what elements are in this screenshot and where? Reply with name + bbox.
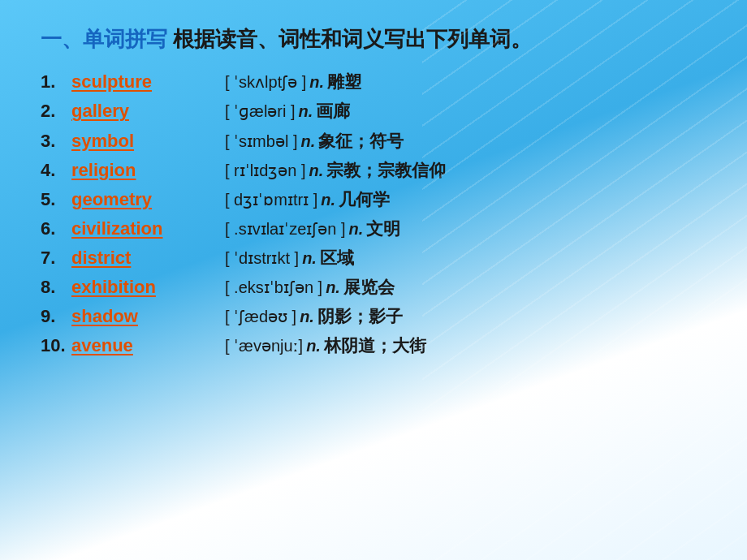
- title-row: 一、单词拼写 根据读音、词性和词义写出下列单词。: [41, 24, 706, 54]
- word-pos: n.: [321, 187, 335, 213]
- word-phonetic: [ ˈdɪstrɪkt ]: [225, 246, 299, 271]
- word-phonetic: [ ˈsɪmbəl ]: [225, 129, 297, 154]
- word-number: 7.: [41, 244, 71, 272]
- word-item: 10.avenue [ ˈævənjuː] n. 林阴道；大街: [41, 332, 706, 360]
- word-number: 10.: [41, 332, 71, 360]
- title-highlight: 一、单词拼写: [41, 27, 167, 51]
- word-answer: district: [71, 244, 222, 272]
- word-number: 8.: [41, 274, 71, 301]
- word-item: 8.exhibition [ .eksɪˈbɪʃən ] n. 展览会: [41, 274, 706, 301]
- word-phonetic: [ ˈskʌlptʃə ]: [225, 70, 306, 95]
- word-pos: n.: [300, 304, 314, 330]
- word-pos: n.: [326, 275, 340, 300]
- word-answer: avenue: [71, 332, 222, 360]
- title-suffix: 根据读音、词性和词义写出下列单词。: [173, 27, 532, 51]
- word-phonetic: [ rɪˈlɪdʒən ]: [225, 158, 306, 183]
- word-pos: n.: [299, 99, 313, 124]
- word-meaning: 雕塑: [327, 69, 361, 96]
- word-answer: sculpture: [71, 68, 222, 96]
- word-list: 1.sculpture [ ˈskʌlptʃə ] n. 雕塑2.gallery…: [41, 68, 706, 360]
- word-phonetic: [ ˈʃædəʊ ]: [225, 304, 296, 330]
- word-meaning: 宗教；宗教信仰: [326, 157, 446, 184]
- word-number: 1.: [41, 68, 71, 96]
- word-meaning: 阴影；影子: [317, 304, 403, 330]
- word-answer: gallery: [71, 97, 222, 125]
- word-item: 1.sculpture [ ˈskʌlptʃə ] n. 雕塑: [41, 68, 706, 96]
- word-item: 6.civilization [ .sɪvɪlaɪˈzeɪʃən ] n. 文明: [41, 215, 706, 243]
- word-meaning: 象征；符号: [318, 128, 404, 155]
- word-answer: geometry: [71, 186, 222, 213]
- word-number: 5.: [41, 186, 71, 213]
- word-phonetic: [ dʒɪˈɒmɪtrɪ ]: [225, 187, 317, 213]
- word-item: 7.district [ ˈdɪstrɪkt ] n. 区域: [41, 244, 706, 272]
- word-meaning: 文明: [366, 216, 400, 243]
- word-number: 6.: [41, 215, 71, 243]
- word-meaning: 林阴道；大街: [324, 333, 426, 360]
- word-meaning: 画廊: [316, 98, 350, 125]
- word-answer: exhibition: [71, 274, 222, 301]
- word-item: 9.shadow [ ˈʃædəʊ ] n. 阴影；影子: [41, 303, 706, 330]
- word-item: 5.geometry [ dʒɪˈɒmɪtrɪ ] n. 几何学: [41, 186, 706, 213]
- word-meaning: 区域: [320, 245, 354, 272]
- word-pos: n.: [306, 334, 321, 359]
- word-phonetic: [ ˈɡæləri ]: [225, 99, 296, 124]
- word-phonetic: [ .sɪvɪlaɪˈzeɪʃən ]: [225, 217, 346, 242]
- word-answer: shadow: [71, 303, 222, 330]
- word-item: 4.religion [ rɪˈlɪdʒən ] n. 宗教；宗教信仰: [41, 157, 706, 184]
- word-pos: n.: [349, 217, 364, 242]
- word-pos: n.: [300, 129, 315, 154]
- word-answer: civilization: [71, 215, 222, 243]
- slide: 一、单词拼写 根据读音、词性和词义写出下列单词。 1.sculpture [ ˈ…: [0, 0, 747, 560]
- word-item: 3.symbol [ ˈsɪmbəl ] n. 象征；符号: [41, 127, 706, 155]
- word-number: 9.: [41, 303, 71, 330]
- word-pos: n.: [309, 158, 324, 183]
- word-number: 2.: [41, 97, 71, 125]
- word-pos: n.: [309, 70, 324, 95]
- word-answer: religion: [71, 157, 222, 184]
- word-answer: symbol: [71, 127, 222, 155]
- word-meaning: 展览会: [343, 274, 395, 301]
- word-pos: n.: [302, 246, 317, 271]
- word-meaning: 几何学: [339, 187, 390, 213]
- word-phonetic: [ ˈævənjuː]: [225, 334, 303, 359]
- word-number: 3.: [41, 127, 71, 155]
- word-item: 2.gallery [ ˈɡæləri ] n. 画廊: [41, 97, 706, 125]
- word-number: 4.: [41, 157, 71, 184]
- word-phonetic: [ .eksɪˈbɪʃən ]: [225, 275, 322, 300]
